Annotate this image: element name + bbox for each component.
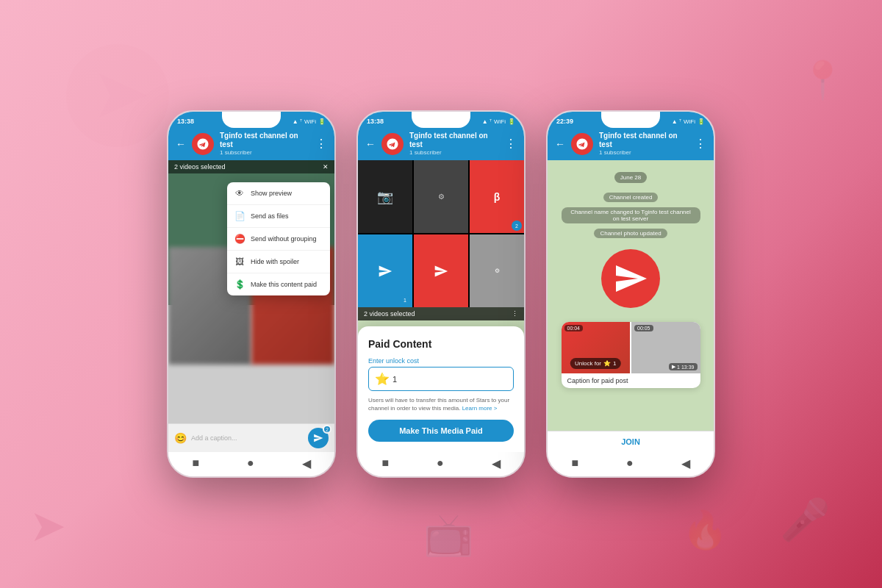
phone-3-home-button[interactable]: ■ (571, 456, 578, 470)
phone-3-sys-msg-1: Channel created (603, 193, 659, 202)
phone-2-media-grid: 📷 ⚙ β 2 1 (358, 160, 524, 307)
phone-1-show-preview[interactable]: 👁 Show preview (227, 182, 330, 205)
phone-1-send-files[interactable]: 📄 Send as files (227, 205, 330, 228)
phone-2-more-button[interactable]: ⋮ (505, 137, 517, 151)
deco-mic-icon: 🎤 (780, 496, 831, 544)
phone-1-send-files-label: Send as files (251, 212, 289, 220)
phone-3-sys-msg-2: Channel name changed to Tginfo test chan… (562, 207, 700, 223)
phone-1-emoji-button[interactable]: 😊 (174, 432, 187, 444)
phone-2-home-button[interactable]: ■ (381, 456, 389, 470)
phone-3-subscriber-count: 1 subscriber (599, 149, 689, 156)
phone-3-more-button[interactable]: ⋮ (695, 137, 706, 151)
phone-3-back-nav-button[interactable]: ◀ (681, 456, 690, 470)
phone-3-unlock-star: ⭐ (603, 360, 611, 367)
phone-2-channel-name: Tginfo test channel on test (409, 132, 499, 149)
phone-3-notch (601, 112, 660, 128)
phone-2-status-icons: ▲ ᵀ WiFi 🔋 (482, 118, 515, 125)
phone-1-context-menu: 👁 Show preview 📄 Send as files ⛔ Send wi… (227, 182, 330, 295)
deco-fire-icon: 🔥 (682, 509, 728, 551)
phone-1-hide-spoiler[interactable]: 🖼 Hide with spoiler (227, 251, 330, 273)
file-icon: 📄 (234, 211, 245, 221)
phone-1-app-header: ← Tginfo test channel on test 1 subscrib… (168, 127, 334, 160)
phone-1-circle-button[interactable]: ● (247, 456, 254, 470)
phone-3-date-label: June 28 (614, 172, 647, 183)
phone-3-nav-bar: ■ ● ◀ (548, 452, 714, 476)
phone-3-sys-msg-3: Channel photo updated (594, 229, 667, 238)
phone-1-subscriber-count: 1 subscriber (220, 149, 309, 156)
phone-1-show-preview-label: Show preview (251, 190, 292, 197)
star-icon: ⭐ (375, 372, 390, 386)
phone-3-screen: 22:39 ▲ ᵀ WiFi 🔋 ← Tginfo test channel o… (548, 112, 714, 476)
phone-3-channel-avatar (571, 133, 593, 155)
make-paid-button[interactable]: Make This Media Paid (368, 420, 514, 442)
phone-2-circle-button[interactable]: ● (437, 456, 444, 470)
phone-2-back-button[interactable]: ← (365, 138, 376, 150)
phone-3-paid-caption: Caption for paid post (562, 373, 700, 388)
phone-3-back-button[interactable]: ← (555, 138, 565, 150)
phone-2-time: 13:38 (367, 118, 384, 125)
phone-2-thumb-4: 1 (358, 234, 412, 307)
phone-1-more-button[interactable]: ⋮ (315, 137, 327, 151)
phone-3-circle-button[interactable]: ● (626, 456, 634, 470)
phone-2: 13:38 ▲ ᵀ WiFi 🔋 ← Tginfo test channel o… (356, 110, 526, 478)
phone-2-more-icon[interactable]: ⋮ (512, 310, 518, 318)
phone-2-app-header: ← Tginfo test channel on test 1 subscrib… (358, 127, 524, 160)
phone-3-thumb-2: 00:05 ▶ 1 13:39 (631, 322, 700, 373)
phone-3-join-button[interactable]: JOIN (548, 431, 714, 452)
phone-2-selected-bar: 2 videos selected ⋮ (358, 307, 524, 320)
phone-3-thumb1-time: 00:04 (564, 325, 584, 331)
phone-3-channel-logo (601, 249, 660, 308)
phone-2-channel-info: Tginfo test channel on test 1 subscriber (409, 132, 499, 156)
phone-3: 22:39 ▲ ᵀ WiFi 🔋 ← Tginfo test channel o… (546, 110, 715, 478)
phone-2-paid-dialog: Paid Content Enter unlock cost ⭐ 1 Users… (358, 326, 524, 452)
phone-2-channel-avatar (381, 133, 404, 155)
phone-1-send-button[interactable]: 2 (308, 428, 329, 448)
phone-1-close-icon[interactable]: ✕ (323, 163, 329, 171)
phone-3-channel-info: Tginfo test channel on test 1 subscriber (599, 132, 689, 156)
phone-2-thumb-1: 📷 (358, 160, 412, 233)
dollar-icon: 💲 (234, 279, 245, 290)
paid-dialog-learn-more[interactable]: Learn more > (462, 405, 498, 412)
phone-1-chat-bg: 2 videos selected ✕ 👁 Show preview 📄 Sen… (168, 160, 334, 423)
paid-dialog-cost-input[interactable]: 1 (392, 375, 507, 384)
paid-dialog-input-label: Enter unlock cost (368, 357, 514, 365)
phone-3-time: 22:39 (556, 118, 573, 125)
spoiler-icon: 🖼 (234, 257, 245, 267)
phone-1-time: 13:38 (177, 118, 194, 125)
phone-3-unlock-count: 1 (613, 360, 616, 367)
deco-arrow-icon: ➤ (29, 500, 66, 551)
phone-1-caption-input[interactable]: Add a caption... (191, 434, 304, 442)
no-group-icon: ⛔ (234, 234, 245, 244)
phone-3-media-count: ▶ 1 13:39 (669, 363, 697, 370)
phone-3-status-icons: ▲ ᵀ WiFi 🔋 (672, 118, 705, 125)
phone-1-compose-bar: 😊 Add a caption... 2 (168, 423, 334, 452)
phone-1-make-paid[interactable]: 💲 Make this content paid (227, 273, 330, 295)
paid-dialog-input-wrap[interactable]: ⭐ 1 (368, 367, 514, 391)
phone-1-status-icons: ▲ ᵀ WiFi 🔋 (293, 118, 326, 125)
phone-3-channel-name: Tginfo test channel on test (599, 132, 689, 149)
phone-1-make-paid-label: Make this content paid (251, 281, 317, 288)
phone-1-send-no-group[interactable]: ⛔ Send without grouping (227, 228, 330, 251)
phone-3-unlock-overlay[interactable]: Unlock for ⭐ 1 (570, 358, 620, 369)
phone-1-channel-info: Tginfo test channel on test 1 subscriber (220, 132, 309, 156)
phone-3-chat-bg: June 28 Channel created Channel name cha… (548, 160, 714, 431)
phone-1-channel-avatar (192, 133, 214, 155)
phone-1-home-button[interactable]: ■ (192, 456, 199, 470)
phone-1-send-badge: 2 (323, 425, 331, 434)
phone-2-thumb-5 (414, 234, 468, 307)
phone-2-screen: 13:38 ▲ ᵀ WiFi 🔋 ← Tginfo test channel o… (358, 112, 524, 476)
phone-2-back-nav-button[interactable]: ◀ (492, 456, 501, 470)
phone-3-app-header: ← Tginfo test channel on test 1 subscrib… (548, 127, 714, 160)
phone-2-notch (412, 112, 470, 128)
phone-1-channel-name: Tginfo test channel on test (220, 132, 309, 149)
phone-1-back-button[interactable]: ← (176, 138, 186, 150)
phone-1-hide-spoiler-label: Hide with spoiler (251, 258, 299, 265)
paid-dialog-title: Paid Content (368, 338, 514, 350)
phone-2-chat-area: 📷 ⚙ β 2 1 (358, 160, 524, 452)
deco-location-icon: 📍 (800, 59, 845, 101)
thumb-badge-2: 2 (512, 220, 522, 231)
phone-1: 13:38 ▲ ᵀ WiFi 🔋 ← Tginfo test channel o… (167, 110, 336, 478)
phone-3-unlock-label: Unlock for (575, 360, 601, 367)
phone-1-back-nav-button[interactable]: ◀ (302, 456, 311, 470)
phone-2-subscriber-count: 1 subscriber (409, 149, 499, 156)
